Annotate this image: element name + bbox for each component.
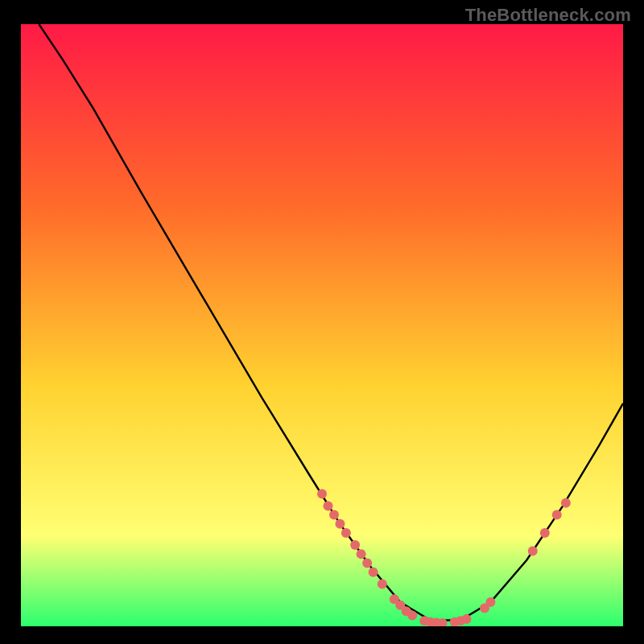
marker-dot [561,498,571,508]
marker-dot [329,510,339,520]
marker-dot [369,568,378,577]
marker-dot [407,611,417,621]
marker-dot [462,614,472,624]
marker-dot [335,519,345,529]
marker-dot [528,547,538,556]
marker-dot [350,540,360,550]
marker-dot [378,580,387,589]
chart-container: TheBottleneck.com [0,0,644,644]
marker-dot [357,549,366,559]
marker-dot [317,489,327,498]
gradient-background [21,24,623,626]
marker-dot [552,510,562,520]
marker-dot [362,559,372,568]
watermark-label: TheBottleneck.com [465,5,631,26]
plot-area [21,24,623,626]
marker-dot [540,528,550,538]
marker-dot [324,501,333,510]
marker-dot [341,528,351,538]
plot-svg [21,24,623,626]
marker-dot [485,597,495,607]
